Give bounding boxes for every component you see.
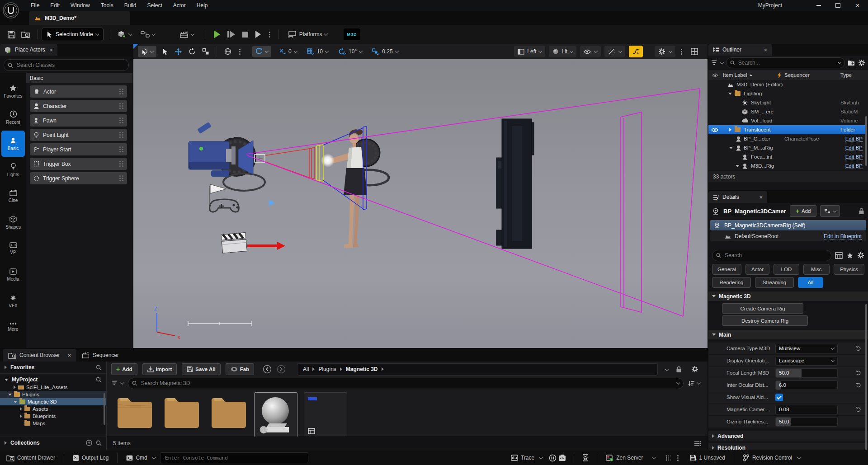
output-log-button[interactable]: Output Log xyxy=(68,450,113,465)
menu-select[interactable]: Select xyxy=(142,0,167,11)
play-options-dots[interactable] xyxy=(269,34,270,35)
grid-snap-dropdown[interactable]: 10 xyxy=(304,46,331,57)
create-camera-rig-button[interactable]: Create Camera Rig xyxy=(722,303,803,314)
component-row-self[interactable]: BP_Magnetic3DCameraRig (Self) xyxy=(710,220,866,230)
rail-vfx[interactable]: VFX xyxy=(0,288,26,314)
asset-folder-tile[interactable] xyxy=(162,394,202,437)
window-close-button[interactable]: × xyxy=(847,0,868,11)
rail-cine[interactable]: Cine xyxy=(0,183,26,209)
outliner-filter-dropdown[interactable] xyxy=(711,60,723,66)
tree-plugins[interactable]: Plugins xyxy=(0,391,106,398)
m3d-plugin-button[interactable]: M3D xyxy=(344,28,360,40)
outliner-row[interactable]: Lighting xyxy=(708,89,866,98)
close-icon[interactable]: × xyxy=(50,47,53,53)
chip-all[interactable]: All xyxy=(798,277,823,288)
view-perspective-dropdown[interactable]: Left xyxy=(514,46,545,57)
crumb-all[interactable]: All xyxy=(303,366,309,372)
platforms-dropdown[interactable]: Platforms xyxy=(285,28,330,41)
menu-edit[interactable]: Edit xyxy=(45,0,65,11)
reset-icon[interactable] xyxy=(855,382,861,388)
rail-lights[interactable]: Lights xyxy=(0,157,26,183)
details-scrollbar[interactable] xyxy=(865,304,867,453)
path-dropdown-chevron[interactable] xyxy=(665,367,669,371)
sort-dropdown[interactable] xyxy=(688,380,700,386)
details-search-box[interactable] xyxy=(712,250,831,261)
place-item-pawn[interactable]: Pawn xyxy=(30,114,127,127)
lock-icon[interactable] xyxy=(859,208,864,215)
blueprints-dropdown[interactable] xyxy=(138,28,158,41)
viewport-options-dots[interactable] xyxy=(681,51,682,52)
outliner-settings-icon[interactable] xyxy=(858,59,865,66)
status-options-dots[interactable] xyxy=(677,457,679,459)
world-local-toggle[interactable] xyxy=(221,46,235,57)
section-magnetic-3d[interactable]: Magnetic 3D xyxy=(708,291,868,301)
transform-options-dots[interactable] xyxy=(239,51,241,52)
edit-bp-link[interactable]: Edit BP xyxy=(845,136,863,142)
rotate-tool[interactable] xyxy=(185,46,199,57)
menu-help[interactable]: Help xyxy=(191,0,213,11)
asset-folder-tile[interactable] xyxy=(115,394,155,437)
unsaved-button[interactable]: 1 Unsaved xyxy=(685,450,730,465)
cmd-dropdown[interactable]: Cmd xyxy=(122,450,160,465)
cb-view-options-icon[interactable] xyxy=(694,441,701,446)
tree-assets[interactable]: Assets xyxy=(0,405,106,413)
derived-data-icon[interactable] xyxy=(665,455,672,461)
cb-search-box[interactable] xyxy=(128,378,684,389)
content-browser-tab[interactable]: Content Browser × xyxy=(3,349,76,362)
new-folder-icon[interactable] xyxy=(848,60,855,66)
rotation-snap-dropdown[interactable]: 10° xyxy=(335,46,365,57)
menu-actor[interactable]: Actor xyxy=(168,0,191,11)
gizmo-thickness-input[interactable]: 50.0 xyxy=(775,417,838,427)
menu-build[interactable]: Build xyxy=(119,0,142,11)
collections-group[interactable]: Collections xyxy=(0,437,106,449)
scale-snap-dropdown[interactable]: 0.25 xyxy=(369,46,401,57)
preview-effects-dropdown[interactable] xyxy=(604,46,625,57)
tree-blueprints[interactable]: Blueprints xyxy=(0,413,106,420)
asset-folder-tile[interactable] xyxy=(209,394,249,437)
surface-snapping-dropdown[interactable] xyxy=(252,46,271,57)
close-icon[interactable]: × xyxy=(67,352,71,359)
close-icon[interactable]: × xyxy=(759,194,763,201)
chip-lod[interactable]: LOD xyxy=(774,264,799,275)
add-collection-icon[interactable] xyxy=(86,440,92,446)
tree-magnetic-3d[interactable]: Magnetic 3D xyxy=(0,398,106,405)
inter-ocular-input[interactable]: 6.0 xyxy=(775,380,838,390)
chip-misc[interactable]: Misc xyxy=(803,264,830,275)
edit-bp-link[interactable]: Edit BP xyxy=(845,163,863,169)
outliner-row-selected[interactable]: Translucent Folder xyxy=(708,125,866,134)
reset-icon[interactable] xyxy=(855,407,861,412)
cb-filter-dropdown[interactable] xyxy=(111,380,123,386)
myproject-group[interactable]: MyProject xyxy=(0,373,106,385)
place-actors-tab[interactable]: Place Actors × xyxy=(0,44,57,56)
blueprint-edit-dropdown[interactable] xyxy=(820,205,840,217)
viewport-panel[interactable]: 0 10 10° 0.25 Left Lit xyxy=(133,44,708,348)
viewport-settings-dropdown[interactable] xyxy=(655,46,675,57)
trace-dropdown[interactable]: Trace xyxy=(506,450,547,465)
display-orientation-dropdown[interactable]: Landscape xyxy=(775,356,838,366)
actor-snap-toggle[interactable]: 0 xyxy=(276,46,300,57)
move-tool[interactable] xyxy=(171,46,185,57)
search-classes-box[interactable] xyxy=(4,59,129,71)
edit-bp-link[interactable]: Edit BP xyxy=(845,145,863,151)
save-button[interactable] xyxy=(5,28,19,41)
forward-button[interactable] xyxy=(277,365,286,374)
search-classes-input[interactable] xyxy=(16,61,125,69)
asset-tile-blueprint[interactable] xyxy=(304,392,347,437)
rail-shapes[interactable]: Shapes xyxy=(0,209,26,235)
section-advanced[interactable]: Advanced xyxy=(708,431,868,441)
tree-scifi-assets[interactable]: SciFi_Lite_Assets xyxy=(0,385,106,391)
hourglass-icon[interactable] xyxy=(583,454,588,461)
rail-recent[interactable]: Recent xyxy=(0,104,26,131)
column-item-label[interactable]: Item Label xyxy=(723,72,747,78)
section-main[interactable]: Main xyxy=(708,330,868,339)
favorites-icon[interactable] xyxy=(846,252,854,259)
magnetic-camera-input[interactable]: 0.08 xyxy=(775,405,838,414)
zen-server-dropdown[interactable]: Zen Server xyxy=(601,450,659,465)
chip-general[interactable]: General xyxy=(712,264,741,275)
details-tab[interactable]: Details × xyxy=(708,191,767,203)
selection-mode-dropdown[interactable]: Selection Mode xyxy=(42,28,104,41)
lock-icon[interactable] xyxy=(676,366,682,373)
show-flags-dropdown[interactable] xyxy=(580,46,601,57)
crumb-magnetic-3d[interactable]: Magnetic 3D xyxy=(346,366,378,372)
outliner-row[interactable]: M3D...Rig Edit BP xyxy=(708,161,866,170)
